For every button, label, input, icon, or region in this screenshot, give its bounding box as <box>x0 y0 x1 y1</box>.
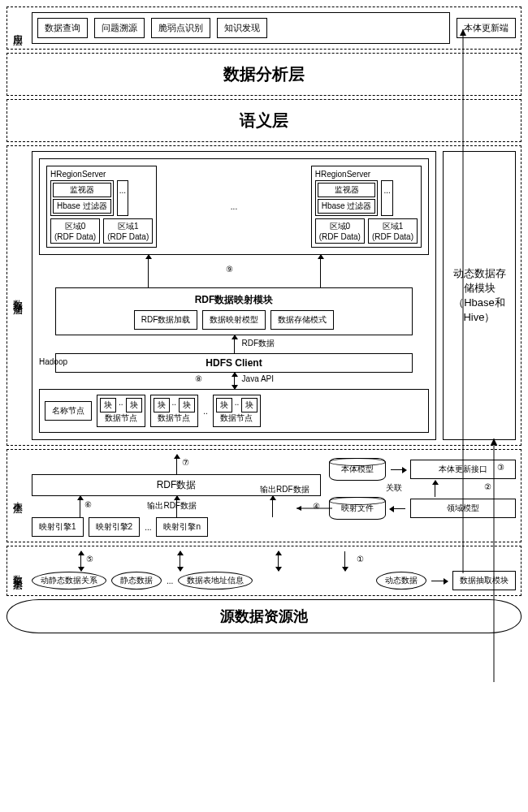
mapping-file: 映射文件 <box>329 497 386 520</box>
name-node: 名称节点 <box>45 401 92 421</box>
hadoop-nodes: 名称节点 块 .. 块 数据节点 块 .. 块 数据节点 .. <box>39 389 429 433</box>
block: 块 <box>179 398 195 412</box>
region0: 区域0(RDF Data) <box>315 218 365 244</box>
block: 块 <box>100 398 116 412</box>
semantic-title: 语义层 <box>12 105 516 136</box>
rdf-mapping-title: RDF数据映射模块 <box>61 293 407 307</box>
collect-layer: 数据采集层 ⑤ ① 动静态数据关系 静态数据 ... 数据表地址信息 动态数据 … <box>6 546 522 596</box>
step-9: ⑨ <box>226 265 233 274</box>
block: 块 <box>154 398 170 412</box>
hbase-filter: Hbase 过滤器 <box>53 199 111 214</box>
analysis-layer: 数据分析层 <box>6 53 522 96</box>
hregion-row: HRegionServer 监视器 Hbase 过滤器 ... 区域0(RDF … <box>39 158 429 255</box>
data-node-label: 数据节点 <box>216 412 258 424</box>
ontology-layer: 本体层 ⑦ RDF数据 ⑥ 输出RDF数据 映射引擎1 映射引擎2 ... 映射… <box>6 449 522 542</box>
block: 块 <box>216 398 232 412</box>
step-6: ⑥ <box>84 500 92 509</box>
semantic-layer: 语义层 <box>6 99 522 142</box>
app-item: 知识发现 <box>217 18 267 38</box>
dyn-static-rel: 动静态数据关系 <box>32 572 106 590</box>
data-node-group: 块 .. 块 数据节点 <box>97 395 145 427</box>
hregion-title: HRegionServer <box>315 170 418 179</box>
app-inner: 数据查询 问题溯源 脆弱点识别 知识发现 <box>32 12 450 44</box>
step-1: ① <box>357 555 364 564</box>
storage-layer: 数据存储层 HRegionServer 监视器 Hbase 过滤器 ... 区域… <box>6 145 522 446</box>
monitor: 监视器 <box>318 183 376 197</box>
dots: .. <box>172 398 177 412</box>
dots: ... <box>381 180 392 216</box>
dynamic-data: 动态数据 <box>376 572 426 590</box>
domain-model: 领域模型 <box>410 499 516 518</box>
step-3: ③ <box>497 463 504 472</box>
data-node-label: 数据节点 <box>154 412 196 424</box>
block: 块 <box>241 398 258 412</box>
storage-layer-label: 数据存储层 <box>11 292 24 300</box>
step-5: ⑤ <box>86 555 93 564</box>
dots: .. <box>119 398 123 412</box>
app-item: 数据查询 <box>37 18 88 38</box>
java-api-label: Java API <box>242 374 274 383</box>
dots: .. <box>203 407 208 416</box>
map-engine: 映射引擎2 <box>89 517 141 537</box>
step-8: ⑧ <box>195 374 202 383</box>
hregion-server: HRegionServer 监视器 Hbase 过滤器 ... 区域0(RDF … <box>311 166 422 248</box>
map-engine: 映射引擎1 <box>32 517 84 537</box>
step-4: ④ <box>313 502 320 511</box>
ontology-model: 本体模型 <box>329 458 386 481</box>
region1: 区域1(RDF Data) <box>368 218 418 244</box>
monitor: 监视器 <box>53 183 111 197</box>
dots: ... <box>231 202 237 211</box>
hadoop-block: HRegionServer 监视器 Hbase 过滤器 ... 区域0(RDF … <box>32 151 436 440</box>
dots: ... <box>145 523 151 532</box>
block: 块 <box>126 398 142 412</box>
rdf-load: RDF数据加载 <box>134 310 198 330</box>
app-item: 问题溯源 <box>94 18 145 38</box>
data-node-group: 块 .. 块 数据节点 <box>150 395 199 427</box>
data-node-group: 块 .. 块 数据节点 <box>213 395 262 427</box>
table-addr: 数据表地址信息 <box>178 572 253 590</box>
app-item: 脆弱点识别 <box>151 18 210 38</box>
data-extract-module: 数据抽取模块 <box>452 571 516 590</box>
dynamic-storage-module: 动态数据存储模块（Hbase和Hive） <box>443 151 516 440</box>
hregion-server: HRegionServer 监视器 Hbase 过滤器 ... 区域0(RDF … <box>46 166 157 248</box>
hregion-title: HRegionServer <box>50 170 153 179</box>
static-data: 静态数据 <box>111 572 162 590</box>
step-2: ② <box>484 482 491 491</box>
collect-layer-label: 数据采集层 <box>11 567 24 575</box>
analysis-title: 数据分析层 <box>12 58 516 90</box>
rdf-map-model: 数据映射模型 <box>202 310 266 330</box>
source-pool: 源数据资源池 <box>6 599 522 633</box>
data-node-label: 数据节点 <box>100 412 142 424</box>
output-rdf-label: 输出RDF数据 <box>147 500 197 512</box>
ontology-layer-label: 本体层 <box>11 494 24 499</box>
dots: ... <box>167 577 173 585</box>
relation-label: 关联 <box>386 482 402 494</box>
step-7: ⑦ <box>182 458 189 467</box>
dots: .. <box>235 398 240 412</box>
source-pool-title: 源数据资源池 <box>215 603 313 629</box>
map-engine: 映射引擎n <box>156 517 208 537</box>
hdfs-client: HDFS Client <box>55 353 413 373</box>
dots: ... <box>117 180 128 216</box>
output-rdf-label2: 输出RDF数据 <box>260 484 309 495</box>
app-layer: 应用层 数据查询 问题溯源 脆弱点识别 知识发现 本体更新端 <box>6 6 522 50</box>
app-layer-label: 应用层 <box>11 26 24 31</box>
rdf-data-label: RDF数据 <box>242 338 275 349</box>
ontology-update-end: 本体更新端 <box>457 18 516 38</box>
hadoop-side-label: Hadoop <box>39 357 67 366</box>
storage-mode: 数据存储模式 <box>270 310 334 330</box>
region0: 区域0(RDF Data) <box>50 218 100 244</box>
region1: 区域1(RDF Data) <box>103 218 153 244</box>
hbase-filter: Hbase 过滤器 <box>318 199 376 214</box>
rdf-mapping-module: RDF数据映射模块 RDF数据加载 数据映射模型 数据存储模式 <box>55 287 413 335</box>
